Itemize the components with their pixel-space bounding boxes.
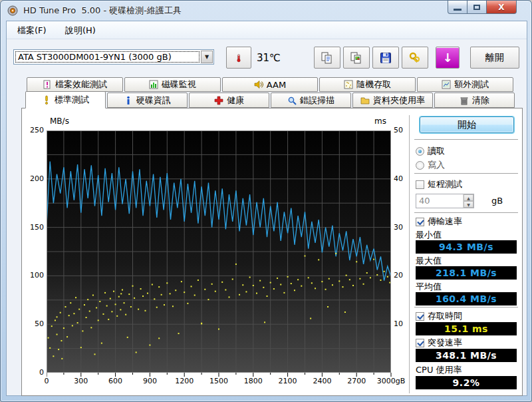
update-icon: ↓ [442, 52, 452, 64]
separator [414, 139, 518, 140]
burst-rate-label: 突發速率 [428, 337, 462, 349]
thermometer-icon [235, 51, 243, 65]
min-label: 最小值 [416, 229, 442, 241]
tab-label: 磁碟監視 [162, 79, 196, 91]
menu-file[interactable]: 檔案(F) [11, 23, 53, 37]
min-value: 94.3 MB/s [416, 240, 517, 254]
tick-label: 250 [26, 126, 44, 134]
drive-select-value: ATA ST3000DM001-9YN1 (3000 gB) [15, 51, 200, 63]
magnifier-icon [287, 96, 297, 105]
copy-image-icon [350, 51, 363, 65]
options-button[interactable] [402, 47, 428, 69]
update-button[interactable]: ↓ [436, 47, 460, 69]
tab-aam[interactable]: AAM [222, 77, 319, 92]
drive-select[interactable]: ATA ST3000DM001-9YN1 (3000 gB) ▼ [13, 49, 214, 65]
tab-random-access[interactable]: 隨機存取 [319, 77, 416, 92]
menu-bar: 檔案(F) 說明(H) [7, 21, 527, 39]
cpu-usage-label: CPU 使用率 [416, 364, 462, 376]
tab-file-benchmark[interactable]: 檔案效能測試 [27, 77, 123, 92]
tab-label: 資料夾使用率 [373, 95, 425, 106]
tab-erase[interactable]: 清除 [434, 93, 515, 108]
save-button[interactable] [372, 47, 399, 69]
chevron-down-icon[interactable]: ▼ [201, 51, 213, 63]
tab-row-primary: 標準測試 硬碟資訊 健康 錯誤掃描 資料夾使用率 清除 [25, 93, 515, 108]
options-icon [408, 51, 422, 65]
short-test-size-spinner[interactable]: 40 ▲ ▼ [416, 194, 474, 208]
tab-error-scan[interactable]: 錯誤掃描 [271, 93, 351, 108]
tab-label: 健康 [227, 95, 244, 106]
access-time-checkbox[interactable] [416, 312, 424, 321]
close-button[interactable]: X [486, 1, 517, 14]
short-test-row[interactable]: 短程測試 [416, 178, 462, 190]
temperature-value: 31℃ [257, 52, 281, 64]
tab-disk-info[interactable]: 硬碟資訊 [107, 93, 188, 108]
benchmark-plot [47, 130, 391, 373]
write-radio-row[interactable]: 寫入 [416, 159, 445, 171]
max-label: 最大值 [416, 255, 442, 267]
tab-health[interactable]: 健康 [189, 93, 269, 108]
folder-icon [360, 96, 370, 105]
spinner-down-icon[interactable]: ▼ [464, 201, 473, 208]
tab-label: 額外測試 [454, 79, 489, 91]
read-radio-row[interactable]: 讀取 [416, 145, 445, 157]
temperature-button[interactable] [226, 47, 251, 69]
copy-text-icon [321, 51, 334, 65]
standard-test-panel: MB/s ms 250200150100500 5040302010 03006… [21, 108, 523, 396]
minimize-icon [454, 9, 462, 11]
read-label: 讀取 [428, 145, 445, 157]
read-radio[interactable] [416, 147, 424, 156]
info-icon [124, 96, 133, 105]
exit-button[interactable]: 離開 [470, 47, 519, 69]
random-access-icon [344, 80, 353, 89]
burst-rate-row[interactable]: 突發速率 [416, 337, 462, 349]
tab-folder-usage[interactable]: 資料夾使用率 [352, 93, 433, 108]
disk-monitor-icon [149, 80, 158, 89]
trash-icon [460, 96, 469, 105]
tab-label: 清除 [472, 95, 489, 106]
extra-tests-icon [442, 80, 451, 89]
start-button[interactable]: 開始 [420, 116, 514, 133]
tick-label: 150 [26, 223, 44, 232]
access-time-row[interactable]: 存取時間 [416, 310, 462, 322]
tab-standard-test[interactable]: 標準測試 [25, 91, 106, 108]
access-time-value: 15.1 ms [416, 322, 517, 335]
transfer-rate-label: 傳輸速率 [428, 216, 462, 228]
max-value: 218.1 MB/s [416, 266, 517, 280]
maximize-icon [473, 5, 480, 10]
menu-help[interactable]: 說明(H) [59, 23, 102, 37]
copy-image-button[interactable] [343, 47, 370, 69]
spinner-up-icon[interactable]: ▲ [464, 194, 473, 201]
tab-disk-monitor[interactable]: 磁碟監視 [124, 77, 221, 92]
title-bar[interactable]: HD Tune Pro 5.00 - 硬碟檢測-維護工具 X [1, 1, 531, 21]
avg-label: 平均值 [416, 281, 442, 293]
tab-extra-tests[interactable]: 額外測試 [417, 77, 513, 92]
tick-label: 100 [26, 271, 44, 280]
tick-label: 50 [26, 319, 44, 328]
separator [414, 212, 518, 214]
window-title: HD Tune Pro 5.00 - 硬碟檢測-維護工具 [23, 5, 182, 17]
cpu-usage-value: 9.2% [416, 376, 517, 389]
tab-label: 硬碟資訊 [136, 95, 171, 106]
app-icon [7, 5, 18, 16]
separator [414, 173, 518, 174]
file-benchmark-icon [43, 80, 52, 89]
short-test-checkbox[interactable] [416, 180, 424, 189]
short-test-label: 短程測試 [428, 178, 462, 190]
burst-rate-checkbox[interactable] [416, 339, 424, 347]
exclamation-icon [42, 95, 51, 104]
transfer-rate-row[interactable]: 傳輸速率 [416, 216, 462, 228]
write-radio[interactable] [416, 161, 424, 170]
maximize-button[interactable] [467, 1, 486, 14]
avg-value: 160.4 MB/s [416, 292, 517, 305]
separator [414, 307, 518, 308]
short-test-unit: gB [491, 196, 503, 206]
minimize-button[interactable] [448, 1, 467, 14]
burst-rate-value: 348.1 MB/s [416, 349, 517, 362]
access-time-label: 存取時間 [428, 310, 462, 322]
transfer-rate-checkbox[interactable] [416, 218, 424, 226]
right-axis-unit: ms [374, 116, 386, 126]
tab-label: 隨機存取 [356, 79, 391, 91]
tab-label: 錯誤掃描 [300, 95, 334, 106]
copy-text-button[interactable] [314, 47, 340, 69]
short-test-size-value: 40 [416, 194, 463, 208]
